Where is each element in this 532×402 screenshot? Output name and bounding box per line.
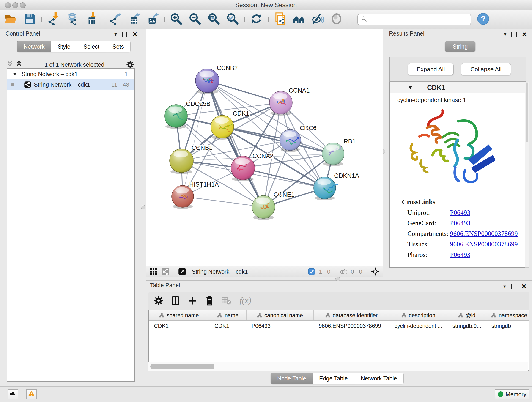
help-button[interactable]: ? bbox=[477, 13, 489, 26]
hide-selected-button[interactable] bbox=[308, 12, 327, 27]
column-header-description[interactable]: description bbox=[389, 310, 447, 320]
crosslinks-title: CrossLinks bbox=[402, 198, 525, 206]
warnings-button[interactable] bbox=[26, 389, 37, 399]
search-input[interactable] bbox=[367, 16, 471, 23]
minimize-window-icon[interactable] bbox=[12, 2, 18, 8]
table-cell[interactable]: CDK1 bbox=[209, 321, 247, 331]
zoom-fit-icon bbox=[207, 12, 220, 27]
detach-view-button[interactable] bbox=[176, 268, 188, 276]
show-all-button[interactable] bbox=[327, 12, 346, 27]
export-network-button[interactable] bbox=[105, 12, 124, 27]
crosslink-link[interactable]: P06493 bbox=[450, 251, 470, 259]
import-table-button[interactable] bbox=[82, 12, 100, 27]
import-network-from-database-button[interactable] bbox=[63, 12, 82, 27]
collapse-tree-icon[interactable] bbox=[12, 71, 17, 77]
network-collection-row[interactable]: String Network – cdk1 1 bbox=[7, 69, 134, 79]
network-row-selected[interactable]: String Network – cdk1 11 48 bbox=[7, 79, 134, 90]
tab-edge-table[interactable]: Edge Table bbox=[313, 373, 355, 384]
delete-column-button[interactable] bbox=[204, 296, 215, 306]
table-options-button[interactable] bbox=[153, 296, 164, 306]
search-box[interactable] bbox=[357, 14, 471, 25]
column-header-at-id[interactable]: @id bbox=[447, 310, 486, 320]
result-entry-header[interactable]: CDK1 bbox=[390, 82, 525, 93]
float-panel-icon[interactable] bbox=[511, 32, 517, 37]
tab-style[interactable]: Style bbox=[51, 41, 77, 52]
close-panel-icon[interactable]: ✕ bbox=[132, 31, 138, 38]
tab-select[interactable]: Select bbox=[77, 41, 106, 52]
crosslink-link[interactable]: 9606.ENSP00000378699 bbox=[450, 230, 518, 237]
float-panel-icon[interactable] bbox=[122, 32, 127, 37]
network-options-gear-icon[interactable] bbox=[126, 61, 134, 69]
close-panel-icon[interactable]: ✕ bbox=[521, 283, 526, 290]
right-splitter[interactable] bbox=[384, 29, 384, 280]
close-window-icon[interactable] bbox=[5, 2, 11, 8]
save-session-button[interactable] bbox=[20, 12, 39, 27]
tab-string[interactable]: String bbox=[445, 41, 475, 52]
memory-button[interactable]: Memory bbox=[495, 389, 530, 399]
collapse-all-button[interactable]: Collapse All bbox=[461, 63, 511, 75]
column-header-shared-name[interactable]: shared name bbox=[149, 310, 209, 320]
node-label-RB1: RB1 bbox=[344, 138, 356, 145]
table-cell[interactable]: P06493 bbox=[247, 321, 314, 331]
table-cell[interactable]: CDK1 bbox=[149, 321, 209, 331]
open-session-button[interactable] bbox=[1, 12, 20, 27]
tab-network[interactable]: Network bbox=[17, 41, 51, 52]
tab-network-table[interactable]: Network Table bbox=[355, 373, 404, 384]
show-columns-button[interactable] bbox=[171, 296, 181, 306]
table-horizontal-scrollbar[interactable] bbox=[148, 362, 528, 370]
delete-table-button-disabled[interactable] bbox=[221, 296, 231, 306]
zoom-fit-button[interactable] bbox=[204, 12, 223, 27]
network-badge-button[interactable] bbox=[159, 268, 171, 276]
crosslink-link[interactable]: P06493 bbox=[450, 219, 470, 227]
zoom-out-button[interactable] bbox=[186, 12, 204, 27]
column-header-canonical-name[interactable]: canonical name bbox=[247, 310, 314, 320]
export-table-button[interactable] bbox=[124, 12, 143, 27]
zoom-selected-button[interactable] bbox=[223, 12, 242, 27]
export-image-button[interactable] bbox=[143, 12, 162, 27]
update-button[interactable] bbox=[247, 12, 266, 27]
left-splitter-grip[interactable] bbox=[141, 205, 146, 210]
panel-menu-icon[interactable]: ▾ bbox=[114, 32, 117, 37]
grid-view-button[interactable] bbox=[147, 268, 159, 276]
crosslink-link[interactable]: P06493 bbox=[450, 209, 470, 216]
table-cell[interactable]: stringdb bbox=[486, 321, 529, 331]
table-row[interactable]: CDK1CDK1P064939606.ENSP00000378699cyclin… bbox=[149, 321, 529, 331]
create-column-button[interactable] bbox=[187, 296, 197, 306]
function-builder-button-disabled[interactable]: f(x) bbox=[238, 296, 259, 306]
collapse-all-icon[interactable] bbox=[6, 60, 14, 69]
table-cell[interactable]: stringdb:9... bbox=[447, 321, 486, 331]
crosslink-link[interactable]: 9606.ENSP00000378699 bbox=[450, 240, 518, 248]
table-cell[interactable]: 9606.ENSP00000378699 bbox=[314, 321, 389, 331]
results-scrollbar[interactable] bbox=[525, 82, 529, 268]
tab-sets[interactable]: Sets bbox=[106, 41, 131, 52]
cloud-icon bbox=[9, 390, 16, 398]
birdseye-toggle-button[interactable] bbox=[369, 268, 381, 276]
clone-network-button[interactable] bbox=[271, 12, 290, 27]
houses-icon bbox=[293, 12, 305, 27]
panel-menu-icon[interactable]: ▾ bbox=[504, 32, 506, 37]
memory-status-dot-icon bbox=[498, 391, 503, 397]
expand-all-icon[interactable] bbox=[15, 60, 23, 69]
zoom-in-button[interactable] bbox=[167, 12, 186, 27]
network-canvas[interactable]: CCNB2CCNA1CDC25BCDK1CDC6RB1CCNB1CCNA2CDK… bbox=[146, 29, 383, 266]
hidden-items-button[interactable] bbox=[337, 268, 349, 276]
first-neighbors-button[interactable] bbox=[290, 12, 308, 27]
close-panel-icon[interactable]: ✕ bbox=[522, 31, 527, 38]
tab-node-table[interactable]: Node Table bbox=[271, 373, 313, 384]
column-header-label: namespace bbox=[499, 312, 527, 319]
column-header-namespace[interactable]: namespace bbox=[486, 310, 529, 320]
bottom-splitter-grip[interactable] bbox=[336, 276, 340, 281]
expand-all-button[interactable]: Expand All bbox=[408, 63, 454, 75]
column-header-name[interactable]: name bbox=[209, 310, 247, 320]
maximize-window-icon[interactable] bbox=[20, 2, 26, 8]
selected-nodes-checkbox[interactable] bbox=[306, 268, 317, 276]
column-header-database-identifier[interactable]: database identifier bbox=[314, 310, 389, 320]
float-panel-icon[interactable] bbox=[511, 284, 516, 289]
table-scrollbar-thumb[interactable] bbox=[150, 364, 215, 369]
import-network-button[interactable] bbox=[44, 12, 63, 27]
results-scrollbar-thumb[interactable] bbox=[526, 82, 528, 142]
collapse-entry-icon[interactable] bbox=[408, 85, 413, 90]
table-cell[interactable]: cyclin-dependent ... bbox=[389, 321, 447, 331]
cloud-button[interactable] bbox=[7, 389, 18, 399]
panel-menu-icon[interactable]: ▾ bbox=[503, 283, 506, 289]
